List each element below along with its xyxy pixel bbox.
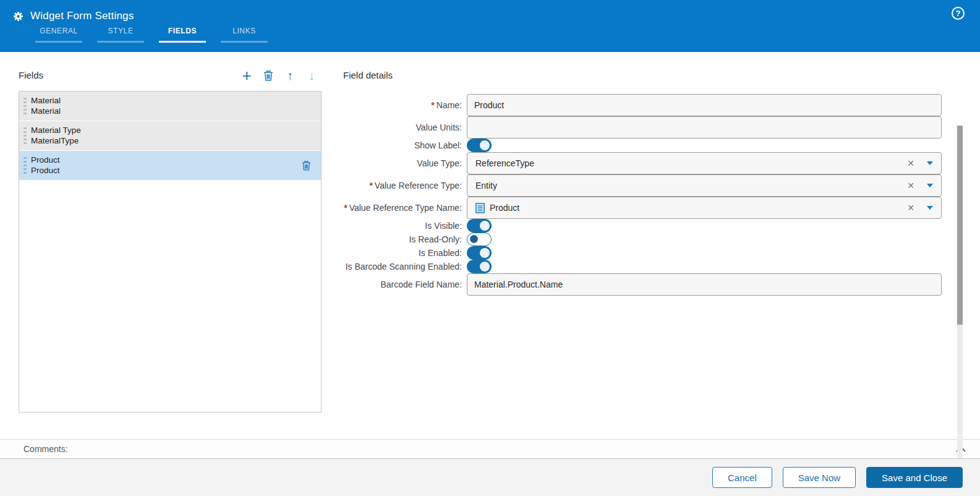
required-asterisk: * — [431, 100, 434, 110]
field-list-item[interactable]: Material Material — [19, 92, 321, 121]
field-row: *Barcode Field Name: — [343, 273, 942, 296]
plus-icon: + — [242, 67, 251, 83]
field-label: Value Units: — [416, 122, 462, 132]
drag-handle-icon[interactable] — [23, 157, 27, 174]
is-read-only-toggle[interactable] — [467, 233, 492, 246]
value-type-dropdown[interactable]: ReferenceType ✕ — [467, 152, 942, 174]
field-details-title: Field details — [343, 68, 942, 83]
field-label: Barcode Field Name: — [380, 280, 462, 289]
chevron-down-icon[interactable] — [927, 206, 933, 210]
arrow-down-icon: ↓ — [309, 69, 315, 82]
field-item-subname: Material — [31, 106, 61, 117]
tab[interactable]: LINKS — [213, 27, 275, 43]
chevron-down-icon[interactable] — [927, 161, 933, 165]
field-item-name: Product — [31, 155, 60, 166]
fields-toolbar: + ↑ ↓ — [241, 69, 322, 82]
field-item-name: Material Type — [31, 126, 81, 136]
field-row: *Value Units: — [343, 116, 942, 139]
tab-underline — [97, 41, 144, 43]
drag-handle-icon[interactable] — [23, 98, 27, 115]
fields-panel: Fields + ↑ — [19, 68, 322, 439]
field-label: Is Barcode Scanning Enabled: — [346, 262, 462, 272]
add-field-button[interactable]: + — [241, 69, 253, 82]
cancel-button[interactable]: Cancel — [712, 467, 772, 488]
field-list: Material Material Materia — [19, 91, 322, 413]
tab-label: LINKS — [232, 27, 256, 35]
field-item-name: Material — [31, 96, 61, 106]
tab-label: GENERAL — [40, 27, 78, 35]
delete-field-button[interactable] — [262, 69, 275, 82]
trash-icon — [302, 160, 311, 171]
title-row: Widget Form Settings — [12, 7, 980, 25]
barcode-field-name-input[interactable] — [467, 273, 942, 296]
move-field-up-button[interactable]: ↑ — [284, 69, 296, 82]
field-row: *Is Visible: — [343, 219, 942, 233]
tab[interactable]: GENERAL — [28, 27, 90, 43]
field-label: Is Read-Only: — [409, 234, 462, 244]
details-scrollbar[interactable] — [957, 126, 963, 458]
value-reference-type-dropdown[interactable]: Entity ✕ — [467, 174, 942, 197]
fields-panel-title: Fields — [19, 68, 43, 83]
required-asterisk: * — [344, 203, 347, 213]
tab-underline — [221, 41, 268, 43]
field-label: Name: — [437, 100, 462, 110]
dropdown-value: ReferenceType — [475, 158, 534, 168]
tab[interactable]: FIELDS — [151, 27, 213, 43]
help-icon[interactable]: ? — [952, 7, 965, 20]
field-row: *Is Enabled: — [343, 246, 942, 260]
page-title: Widget Form Settings — [30, 10, 134, 22]
dialog-header: Widget Form Settings ? GENERAL STYLE FIE… — [0, 0, 980, 52]
field-list-item[interactable]: Material Type MaterialType — [19, 121, 321, 151]
tab-bar: GENERAL STYLE FIELDS LINKS — [28, 27, 980, 43]
name-input[interactable] — [467, 94, 942, 116]
field-row: *Name: — [343, 94, 942, 116]
clear-icon[interactable]: ✕ — [907, 181, 914, 190]
save-now-button[interactable]: Save Now — [783, 467, 856, 488]
chevron-down-icon[interactable] — [927, 184, 933, 187]
field-row: *Is Barcode Scanning Enabled: — [343, 260, 942, 273]
main-content: Fields + ↑ — [0, 52, 980, 439]
field-item-subname: Product — [31, 166, 60, 176]
drag-handle-icon[interactable] — [23, 127, 27, 145]
dialog-footer: Cancel Save Now Save and Close — [0, 459, 980, 496]
field-details-panel: Field details *Name: *Value Uni — [343, 68, 980, 439]
dropdown-value: Entity — [475, 181, 497, 190]
comments-label: Comments: — [23, 444, 955, 454]
trash-icon — [263, 70, 273, 81]
field-label: Value Reference Type Name: — [349, 203, 462, 213]
field-row: *Value Reference Type Name: — [343, 197, 942, 219]
scrollbar-thumb[interactable] — [957, 126, 963, 325]
field-label: Is Visible: — [425, 221, 462, 231]
tab-label: STYLE — [108, 27, 133, 35]
tab-underline — [35, 41, 82, 43]
field-row: *Value Reference Type: — [343, 174, 942, 197]
show-label-toggle[interactable] — [467, 139, 492, 152]
clear-icon[interactable]: ✕ — [907, 203, 914, 213]
save-and-close-button[interactable]: Save and Close — [866, 467, 963, 488]
arrow-up-icon: ↑ — [287, 69, 293, 82]
is-visible-toggle[interactable] — [467, 219, 492, 233]
document-icon — [475, 203, 485, 213]
is-enabled-toggle[interactable] — [467, 246, 492, 260]
is-barcode-scanning-enabled-toggle[interactable] — [467, 260, 492, 273]
tab[interactable]: STYLE — [90, 27, 151, 43]
value-units-input[interactable] — [467, 116, 942, 139]
delete-selected-field-button[interactable] — [302, 160, 311, 173]
field-label: Value Type: — [417, 158, 462, 168]
comments-section: Comments: — [0, 439, 980, 459]
dropdown-value: Product — [490, 203, 519, 213]
required-asterisk: * — [369, 181, 372, 190]
move-field-down-button[interactable]: ↓ — [305, 69, 318, 82]
field-label: Is Enabled: — [419, 248, 462, 258]
field-row: *Is Read-Only: — [343, 233, 942, 246]
field-label: Value Reference Type: — [375, 181, 462, 190]
value-reference-type-name-dropdown[interactable]: Product ✕ — [467, 197, 942, 219]
gear-icon — [12, 11, 24, 22]
tab-label: FIELDS — [168, 27, 197, 35]
field-label: Show Label: — [414, 140, 462, 150]
field-list-item[interactable]: Product Product — [19, 151, 321, 181]
field-row: *Show Label: — [343, 139, 942, 152]
tab-underline — [159, 41, 206, 43]
field-row: *Value Type: — [343, 152, 942, 174]
clear-icon[interactable]: ✕ — [907, 158, 914, 168]
